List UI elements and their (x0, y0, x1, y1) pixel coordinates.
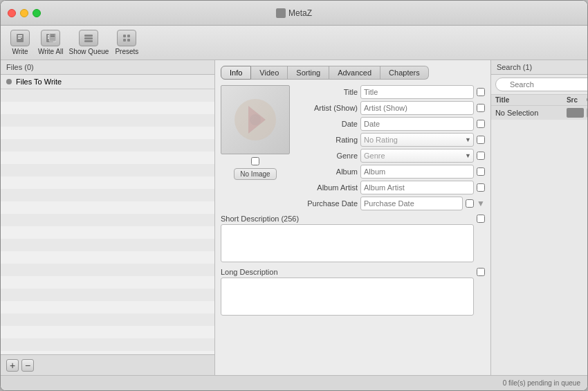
artist-checkbox[interactable] (477, 104, 485, 112)
presets-button[interactable]: Presets (114, 30, 139, 55)
short-desc-checkbox[interactable] (477, 215, 485, 223)
titlebar: MetaZ (1, 1, 587, 26)
purchase-date-row: Purchase Date ▼ (295, 197, 485, 210)
svg-rect-14 (123, 35, 126, 37)
long-desc-content: Long Description (221, 268, 474, 317)
main-window: MetaZ Write Write All Show Queue P (0, 0, 588, 391)
list-item (1, 89, 214, 102)
list-item (1, 139, 214, 152)
svg-rect-11 (84, 35, 93, 37)
files-panel: Files (0) Files To Write (1, 60, 215, 375)
rating-checkbox[interactable] (477, 136, 485, 144)
short-desc-row: Short Description (256) (221, 215, 485, 264)
artist-input[interactable] (360, 101, 474, 115)
tab-bar: Info Video Sorting Advanced Chapters (221, 66, 485, 80)
svg-rect-17 (127, 39, 130, 42)
search-result-c-icon (587, 108, 587, 118)
album-art-section: No Image (221, 85, 290, 210)
list-item (1, 264, 214, 276)
date-input[interactable] (360, 117, 474, 131)
album-label: Album (295, 167, 358, 176)
show-queue-button[interactable]: Show Queue (69, 30, 109, 55)
short-desc-content: Short Description (256) (221, 215, 474, 264)
presets-icon (117, 30, 136, 46)
genre-label: Genre (295, 152, 358, 160)
album-art-image (228, 92, 283, 147)
list-item (1, 152, 214, 164)
album-artist-row: Album Artist (295, 181, 485, 194)
list-item (1, 338, 214, 351)
traffic-lights (8, 9, 41, 17)
files-footer: + − (1, 354, 214, 375)
list-item (1, 251, 214, 264)
files-list-header: Files To Write (1, 75, 214, 89)
genre-select[interactable]: Genre (360, 149, 474, 163)
add-file-button[interactable]: + (6, 359, 19, 372)
long-desc-checkbox[interactable] (477, 268, 485, 276)
list-item (1, 201, 214, 214)
window-title: MetaZ (276, 8, 312, 18)
search-input-wrapper: 🔍 (491, 75, 587, 95)
search-result-src-icon (567, 108, 584, 118)
long-desc-row: Long Description (221, 268, 485, 317)
tab-info[interactable]: Info (221, 66, 251, 80)
long-desc-input[interactable] (221, 278, 474, 316)
album-checkbox[interactable] (477, 167, 485, 176)
write-all-button[interactable]: Write All (38, 30, 64, 55)
search-input[interactable] (495, 78, 587, 91)
scroll-indicator[interactable]: ▼ (477, 199, 485, 208)
write-all-icon (41, 30, 60, 46)
date-label: Date (295, 120, 358, 128)
purchase-date-input[interactable] (360, 197, 463, 210)
search-col-src-label: Src (567, 96, 584, 104)
album-artist-checkbox[interactable] (477, 183, 485, 192)
album-artist-input[interactable] (360, 181, 474, 194)
remove-file-button[interactable]: − (21, 359, 34, 372)
minimize-button[interactable] (20, 9, 28, 17)
album-input[interactable] (360, 165, 474, 179)
svg-rect-1 (18, 35, 22, 36)
rating-row: Rating No Rating ▼ (295, 133, 485, 147)
short-desc-input[interactable] (221, 224, 474, 262)
app-icon (276, 8, 286, 18)
maximize-button[interactable] (33, 9, 41, 17)
list-item (1, 226, 214, 239)
date-checkbox[interactable] (477, 120, 485, 128)
tab-sorting[interactable]: Sorting (288, 66, 329, 80)
title-label: Title (295, 88, 358, 96)
list-item (1, 114, 214, 127)
svg-rect-3 (18, 38, 21, 39)
title-row: Title (295, 85, 485, 99)
list-item (1, 289, 214, 301)
tab-advanced[interactable]: Advanced (329, 66, 380, 80)
write-icon (10, 30, 30, 46)
title-input[interactable] (360, 85, 474, 99)
album-art[interactable] (221, 85, 290, 154)
svg-rect-2 (18, 37, 22, 37)
purchase-date-checkbox[interactable] (466, 199, 474, 208)
title-checkbox[interactable] (477, 88, 485, 96)
album-art-checkbox[interactable] (251, 157, 259, 165)
search-result-item[interactable]: No Selection (491, 106, 587, 120)
svg-rect-8 (49, 33, 56, 42)
svg-rect-12 (84, 37, 93, 39)
list-item (1, 164, 214, 176)
search-header: Search (1) (491, 60, 587, 75)
no-image-button[interactable]: No Image (234, 168, 276, 180)
genre-checkbox[interactable] (477, 152, 485, 160)
files-list[interactable]: Files To Write (1, 75, 214, 354)
svg-rect-13 (84, 40, 93, 42)
tab-video[interactable]: Video (251, 66, 288, 80)
show-queue-icon (79, 30, 98, 46)
artist-label: Artist (Show) (295, 104, 358, 112)
artist-row: Artist (Show) (295, 101, 485, 115)
date-row: Date (295, 117, 485, 131)
svg-rect-16 (123, 39, 126, 42)
close-button[interactable] (8, 9, 16, 17)
svg-point-19 (250, 114, 261, 125)
descriptions-section: Short Description (256) Long Description (221, 215, 485, 317)
tab-chapters[interactable]: Chapters (380, 66, 429, 80)
status-bar: 0 file(s) pending in queue (1, 375, 587, 390)
write-button[interactable]: Write (8, 30, 33, 55)
rating-select[interactable]: No Rating (360, 133, 474, 147)
